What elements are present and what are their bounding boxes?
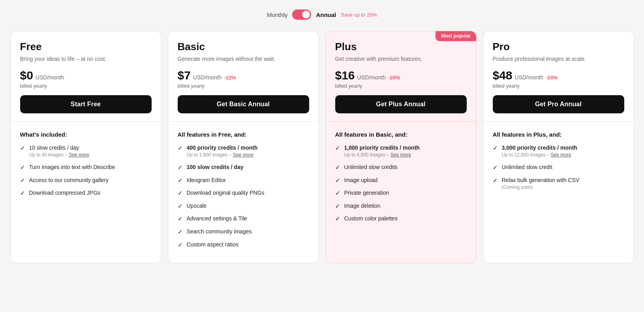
feature-item-plus-1: ✓ Unlimited slow credits <box>335 164 467 171</box>
price-amount-basic: $7 <box>178 69 191 82</box>
plan-card-pro: Pro Produce professional images at scale… <box>483 31 634 263</box>
plan-desc-pro: Produce professional images at scale. <box>493 55 624 63</box>
features-title-plus: All features in Basic, and: <box>335 131 467 138</box>
feature-item-plus-5: ✓ Custom color palettes <box>335 215 467 223</box>
feature-item-plus-2: ✓ Image upload <box>335 177 467 184</box>
plan-features-plus: All features in Basic, and: ✓ 1,000 prio… <box>326 122 476 263</box>
cta-button-pro[interactable]: Get Pro Annual <box>493 95 624 113</box>
check-icon-basic-3: ✓ <box>178 190 183 197</box>
check-icon-plus-5: ✓ <box>335 215 340 222</box>
plan-name-plus: Plus <box>335 41 467 53</box>
feature-sub-free-0: Up to 40 images – See more <box>29 152 90 158</box>
plan-name-basic: Basic <box>178 41 309 53</box>
plan-features-free: What's included: ✓ 10 slow credits / day… <box>11 122 161 263</box>
feature-text-plus-2: Image upload <box>344 177 378 184</box>
feature-text-basic-2: Ideogram Editor <box>187 177 226 184</box>
price-period-plus: USD/month <box>357 74 386 81</box>
check-icon-plus-1: ✓ <box>335 164 340 171</box>
check-icon-free-2: ✓ <box>20 177 25 184</box>
feature-text-plus-4: Image deletion <box>344 202 381 210</box>
features-title-free: What's included: <box>20 131 152 138</box>
feature-text-free-2: Access to our community gallery <box>29 177 109 184</box>
feature-item-basic-6: ✓ Search community images <box>178 228 309 236</box>
check-icon-basic-6: ✓ <box>178 228 183 235</box>
feature-item-basic-3: ✓ Download original quality PNGs <box>178 189 309 197</box>
plan-desc-free: Bring your ideas to life – at no cost. <box>20 55 152 63</box>
plan-price-row-plus: $16 USD/month -20% <box>335 69 467 82</box>
plan-card-basic: Basic Generate more images without the w… <box>168 31 319 263</box>
plans-grid: Free Bring your ideas to life – at no co… <box>10 31 634 263</box>
price-amount-pro: $48 <box>493 69 513 82</box>
price-discount-basic: -12% <box>224 75 236 81</box>
feature-text-plus-3: Private generation <box>344 189 389 197</box>
feature-text-basic-7: Custom aspect ratios <box>187 241 239 249</box>
plan-price-row-free: $0 USD/month <box>20 69 152 82</box>
features-title-pro: All features in Plus, and: <box>493 131 624 138</box>
check-icon-plus-4: ✓ <box>335 203 340 210</box>
feature-item-basic-4: ✓ Upscale <box>178 202 309 210</box>
plan-header-basic: Basic Generate more images without the w… <box>168 31 319 122</box>
cta-button-free[interactable]: Start Free <box>20 95 152 113</box>
price-period-free: USD/month <box>36 74 64 81</box>
price-period-pro: USD/month <box>515 74 543 81</box>
annual-label: Annual <box>316 11 336 18</box>
feature-text-basic-4: Upscale <box>187 202 207 210</box>
price-amount-free: $0 <box>20 69 33 82</box>
feature-text-free-0: 10 slow credits / day Up to 40 images – … <box>29 144 90 158</box>
feature-sub-basic-0: Up to 1,600 images – See more <box>187 152 258 158</box>
save-badge: Save up to 20% <box>341 12 377 18</box>
see-more-link-plus-0[interactable]: See more <box>391 152 411 158</box>
check-icon-free-0: ✓ <box>20 145 25 152</box>
price-billing-pro: billed yearly <box>493 83 624 89</box>
feature-item-basic-5: ✓ Advanced settings & Tile <box>178 215 309 223</box>
plan-price-row-basic: $7 USD/month -12% <box>178 69 309 82</box>
feature-sub-pro-0: Up to 12,000 images – See more <box>502 152 577 158</box>
feature-text-pro-2: Relax bulk generation with CSV (Coming s… <box>502 177 580 191</box>
feature-text-pro-1: Unlimited slow credit <box>502 164 552 171</box>
price-billing-free: billed yearly <box>20 83 152 89</box>
check-icon-free-3: ✓ <box>20 190 25 197</box>
price-amount-plus: $16 <box>335 69 355 82</box>
check-icon-basic-4: ✓ <box>178 203 183 210</box>
check-icon-pro-1: ✓ <box>493 164 498 171</box>
feature-text-basic-6: Search community images <box>187 228 252 236</box>
feature-item-free-1: ✓ Turn images into text with Describe <box>20 164 152 171</box>
feature-text-plus-1: Unlimited slow credits <box>344 164 398 171</box>
feature-text-plus-5: Custom color palettes <box>344 215 398 223</box>
feature-item-pro-1: ✓ Unlimited slow credit <box>493 164 624 171</box>
feature-item-pro-0: ✓ 3,000 priority credits / month Up to 1… <box>493 144 624 158</box>
price-billing-plus: billed yearly <box>335 83 467 89</box>
feature-item-plus-0: ✓ 1,000 priority credits / month Up to 4… <box>335 144 467 158</box>
feature-text-plus-0: 1,000 priority credits / month Up to 4,0… <box>344 144 420 158</box>
monthly-label: Monthly <box>267 11 288 18</box>
feature-item-free-2: ✓ Access to our community gallery <box>20 177 152 184</box>
cta-button-basic[interactable]: Get Basic Annual <box>178 95 309 113</box>
plan-name-free: Free <box>20 41 152 53</box>
see-more-link-basic-0[interactable]: See more <box>233 152 253 158</box>
plan-card-plus: Most popular Plus Get creative with prem… <box>325 31 477 263</box>
feature-text-basic-5: Advanced settings & Tile <box>187 215 247 223</box>
see-more-link-free-0[interactable]: See more <box>69 152 89 158</box>
feature-item-basic-2: ✓ Ideogram Editor <box>178 177 309 184</box>
check-icon-basic-5: ✓ <box>178 215 183 222</box>
feature-item-pro-2: ✓ Relax bulk generation with CSV (Coming… <box>493 177 624 191</box>
feature-item-free-3: ✓ Download compressed JPGs <box>20 189 152 197</box>
feature-text-pro-0: 3,000 priority credits / month Up to 12,… <box>502 144 577 158</box>
cta-button-plus[interactable]: Get Plus Annual <box>335 95 467 113</box>
price-discount-plus: -20% <box>388 75 400 81</box>
feature-sub-plus-0: Up to 4,000 images – See more <box>344 152 420 158</box>
feature-text-free-3: Download compressed JPGs <box>29 189 101 197</box>
check-icon-plus-2: ✓ <box>335 177 340 184</box>
feature-item-plus-3: ✓ Private generation <box>335 189 467 197</box>
plan-name-pro: Pro <box>493 41 624 53</box>
check-icon-plus-0: ✓ <box>335 145 340 152</box>
feature-text-basic-0: 400 priority credits / month Up to 1,600… <box>187 144 258 158</box>
billing-toggle[interactable] <box>292 9 311 20</box>
plan-header-plus: Most popular Plus Get creative with prem… <box>326 31 476 122</box>
coming-soon-pro-2: (Coming soon) <box>502 184 580 191</box>
check-icon-pro-2: ✓ <box>493 177 498 184</box>
most-popular-badge: Most popular <box>436 31 476 41</box>
see-more-link-pro-0[interactable]: See more <box>551 152 571 158</box>
plan-desc-basic: Generate more images without the wait. <box>178 55 309 63</box>
price-discount-pro: -20% <box>546 75 558 81</box>
